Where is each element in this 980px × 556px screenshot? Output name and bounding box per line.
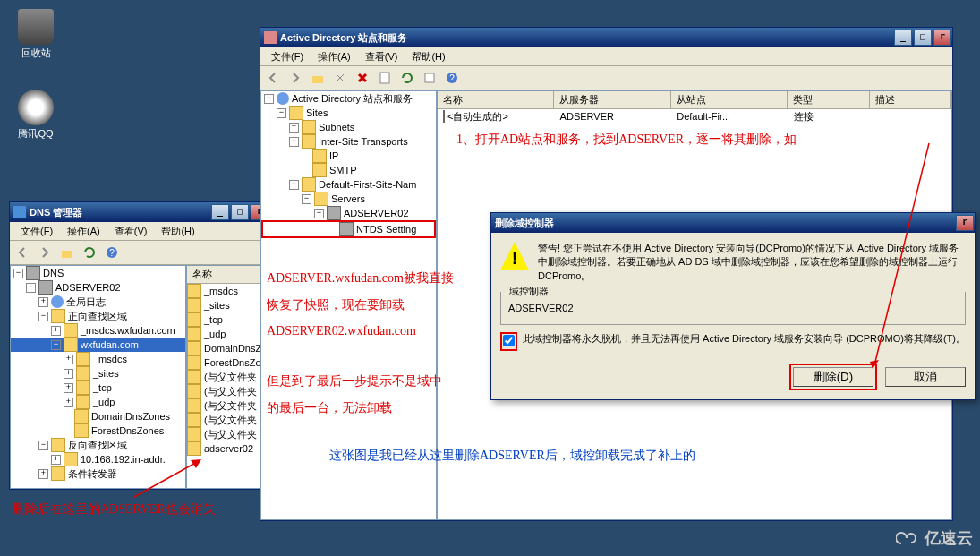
delete-button[interactable] xyxy=(352,67,373,89)
tree-item[interactable]: +_sites xyxy=(11,366,185,381)
tree-item[interactable]: −Sites xyxy=(261,106,436,120)
expand-toggle[interactable]: + xyxy=(38,297,48,307)
expand-toggle[interactable]: + xyxy=(51,326,61,336)
expand-toggle[interactable]: − xyxy=(314,209,324,218)
tree-item[interactable]: +_msdcs xyxy=(11,352,185,366)
expand-toggle[interactable]: − xyxy=(277,108,286,118)
column-header[interactable]: 类型 xyxy=(788,91,869,108)
list-item[interactable]: adserver02 xyxy=(187,441,268,456)
expand-toggle[interactable]: − xyxy=(289,137,299,147)
menu-view[interactable]: 查看(V) xyxy=(107,223,155,240)
dialog-close-button[interactable]: r xyxy=(956,215,974,231)
list-item[interactable]: DomainDnsZones xyxy=(187,341,268,355)
tree-item[interactable]: −反向查找区域 xyxy=(11,438,185,452)
tree-item[interactable]: −正向查找区域 xyxy=(11,309,185,323)
help-button[interactable]: ? xyxy=(441,67,463,89)
tree-item[interactable]: −Servers xyxy=(261,192,436,206)
expand-toggle[interactable]: + xyxy=(64,398,73,407)
menu-file[interactable]: 文件(F) xyxy=(13,223,60,240)
export-button[interactable] xyxy=(419,67,440,89)
tree-item[interactable]: −Default-First-Site-Nam xyxy=(261,177,436,192)
maximize-button[interactable]: □ xyxy=(914,30,932,46)
tree-item[interactable]: +条件转发器 xyxy=(11,466,185,481)
expand-toggle[interactable]: − xyxy=(38,441,48,450)
tree-item[interactable]: −Inter-Site Transports xyxy=(261,134,436,149)
tree-item[interactable]: IP xyxy=(261,149,436,163)
tree-item[interactable]: +10.168.192.in-addr. xyxy=(11,452,185,466)
cut-button[interactable] xyxy=(329,67,351,89)
tree-item[interactable]: ForestDnsZones xyxy=(11,423,185,438)
tree-item[interactable]: +全局日志 xyxy=(11,295,185,309)
menu-help[interactable]: 帮助(H) xyxy=(405,48,452,65)
tree-item[interactable]: −DNS xyxy=(11,266,185,280)
refresh-button[interactable] xyxy=(79,242,100,263)
desktop-icon-recycle[interactable]: 回收站 xyxy=(9,9,63,60)
list-item[interactable]: _udp xyxy=(187,327,268,341)
menu-help[interactable]: 帮助(H) xyxy=(154,223,201,240)
tree-item[interactable]: −ADSERVER02 xyxy=(11,280,185,295)
dns-list[interactable]: 名称 _msdcs_sites_tcp_udpDomainDnsZonesFor… xyxy=(186,265,269,489)
list-item[interactable]: (与父文件夹 xyxy=(187,370,268,384)
up-button[interactable] xyxy=(307,67,328,89)
column-header[interactable]: 描述 xyxy=(870,91,951,108)
permanent-offline-checkbox[interactable] xyxy=(503,335,515,346)
titlebar[interactable]: Active Directory 站点和服务 _ □ r xyxy=(260,28,952,47)
list-item[interactable]: (与父文件夹 xyxy=(187,427,268,441)
list-row[interactable]: <自动生成的>ADSERVERDefault-Fir...连接 xyxy=(438,109,951,124)
dialog-titlebar[interactable]: 删除域控制器 r xyxy=(491,213,975,233)
tree-item[interactable]: +_udp xyxy=(11,395,185,409)
tree-item[interactable]: SMTP xyxy=(261,163,436,177)
properties-button[interactable] xyxy=(374,67,396,89)
list-item[interactable]: _tcp xyxy=(187,312,268,327)
expand-toggle[interactable]: − xyxy=(289,180,299,190)
help-button[interactable]: ? xyxy=(101,242,123,263)
maximize-button[interactable]: □ xyxy=(231,204,249,220)
list-item[interactable]: _sites xyxy=(187,298,268,312)
tree-item[interactable]: −ADSERVER02 xyxy=(261,206,436,220)
menu-view[interactable]: 查看(V) xyxy=(358,48,405,65)
cancel-button[interactable]: 取消 xyxy=(885,367,966,387)
expand-toggle[interactable]: − xyxy=(13,269,23,278)
back-button[interactable] xyxy=(12,242,33,263)
dns-tree[interactable]: −DNS−ADSERVER02+全局日志−正向查找区域+_msdcs.wxfud… xyxy=(10,265,186,489)
expand-toggle[interactable]: − xyxy=(51,340,61,350)
tree-item[interactable]: −Active Directory 站点和服务 xyxy=(261,91,436,106)
col-name[interactable]: 名称 xyxy=(187,266,268,283)
tree-item[interactable]: +_msdcs.wxfudan.com xyxy=(11,323,185,338)
column-header[interactable]: 名称 xyxy=(438,91,554,108)
tree-item[interactable]: +Subnets xyxy=(261,120,436,134)
menu-file[interactable]: 文件(F) xyxy=(264,48,311,65)
list-item[interactable]: ForestDnsZones xyxy=(187,355,268,370)
minimize-button[interactable]: _ xyxy=(211,204,229,220)
titlebar[interactable]: DNS 管理器 _ □ r xyxy=(10,202,269,222)
minimize-button[interactable]: _ xyxy=(894,30,912,46)
tree-item[interactable]: +_tcp xyxy=(11,381,185,395)
expand-toggle[interactable]: − xyxy=(302,194,311,204)
forward-button[interactable] xyxy=(34,242,55,263)
expand-toggle[interactable]: + xyxy=(38,469,48,479)
desktop-icon-qq[interactable]: 腾讯QQ xyxy=(9,90,63,141)
column-header[interactable]: 从站点 xyxy=(671,91,788,108)
back-button[interactable] xyxy=(262,67,284,89)
expand-toggle[interactable]: + xyxy=(64,355,73,364)
menu-action[interactable]: 操作(A) xyxy=(311,48,358,65)
list-item[interactable]: (与父文件夹 xyxy=(187,413,268,427)
delete-button[interactable]: 删除(D) xyxy=(793,367,873,387)
expand-toggle[interactable]: + xyxy=(51,455,61,465)
expand-toggle[interactable]: + xyxy=(289,123,299,133)
tree-item[interactable]: −wxfudan.com xyxy=(11,338,185,352)
expand-toggle[interactable]: − xyxy=(26,283,36,293)
expand-toggle[interactable]: − xyxy=(264,94,274,104)
tree-item[interactable]: DomainDnsZones xyxy=(11,409,185,423)
menu-action[interactable]: 操作(A) xyxy=(60,223,107,240)
expand-toggle[interactable]: − xyxy=(38,312,48,321)
expand-toggle[interactable]: + xyxy=(64,383,73,393)
forward-button[interactable] xyxy=(285,67,306,89)
list-item[interactable]: (与父文件夹 xyxy=(187,398,268,413)
list-item[interactable]: (与父文件夹 xyxy=(187,384,268,398)
column-header[interactable]: 从服务器 xyxy=(554,91,670,108)
refresh-button[interactable] xyxy=(396,67,418,89)
close-button[interactable]: r xyxy=(933,30,951,46)
expand-toggle[interactable]: + xyxy=(64,369,73,379)
tree-item[interactable]: NTDS Setting xyxy=(261,220,436,238)
